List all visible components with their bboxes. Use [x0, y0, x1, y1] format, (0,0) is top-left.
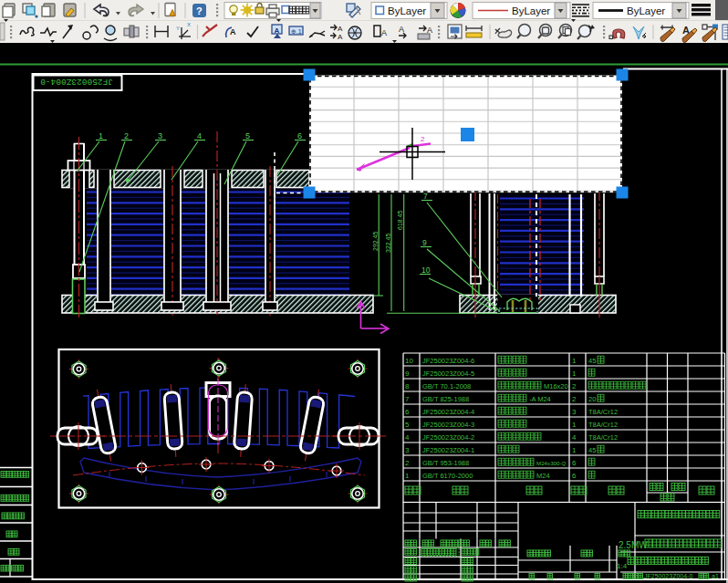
svg-text:2: 2: [405, 459, 410, 467]
svg-text:7: 7: [405, 395, 410, 403]
svg-text:45: 45: [588, 446, 596, 454]
svg-text:2: 2: [572, 395, 577, 403]
svg-text:JF250023Z004-0: JF250023Z004-0: [644, 573, 692, 579]
svg-text:GB/T 953-1988: GB/T 953-1988: [422, 459, 469, 467]
svg-text:3: 3: [572, 408, 577, 416]
svg-text:A: A: [338, 33, 343, 41]
svg-text:7: 7: [423, 192, 428, 201]
svg-text:1: 1: [572, 446, 577, 454]
svg-text:5: 5: [405, 421, 410, 429]
svg-text:618.45: 618.45: [397, 210, 403, 230]
svg-text:JF250023Z004-0: JF250023Z004-0: [40, 77, 113, 87]
svg-text:A: A: [275, 26, 280, 35]
svg-text:1: 1: [572, 370, 577, 378]
svg-text:A: A: [338, 25, 343, 33]
svg-text:JF250023Z004-6: JF250023Z004-6: [422, 357, 474, 365]
svg-text:JF250023Z004-2: JF250023Z004-2: [422, 433, 474, 442]
svg-text:6: 6: [572, 472, 577, 480]
svg-text:6: 6: [572, 459, 577, 467]
svg-text:2: 2: [572, 382, 577, 390]
svg-text:4: 4: [197, 131, 202, 141]
svg-text:1: 1: [572, 421, 577, 429]
svg-text:9: 9: [422, 238, 427, 247]
svg-text:322.45: 322.45: [385, 233, 391, 253]
svg-text:3: 3: [405, 446, 410, 454]
svg-text:A: A: [399, 25, 404, 34]
svg-text:M16x20: M16x20: [544, 382, 568, 390]
svg-text:A: A: [230, 27, 236, 36]
svg-text:ByLayer: ByLayer: [627, 5, 665, 16]
svg-text:ByLayer: ByLayer: [388, 5, 426, 16]
svg-text:1: 1: [405, 472, 410, 480]
svg-text:5: 5: [245, 131, 250, 141]
svg-text:A: A: [381, 28, 387, 37]
svg-text:M24x300-Q: M24x300-Q: [536, 460, 567, 466]
svg-text:-A M24: -A M24: [529, 395, 551, 403]
svg-text:?: ?: [196, 5, 203, 16]
svg-text:9: 9: [405, 370, 410, 378]
svg-text:GB/T 6170-2000: GB/T 6170-2000: [422, 472, 473, 480]
svg-text:JF250023Z004-1: JF250023Z004-1: [422, 446, 474, 454]
svg-text:M24: M24: [536, 472, 550, 480]
svg-text:JF250023Z004-3: JF250023Z004-3: [422, 421, 474, 429]
svg-text:Y: Y: [176, 26, 180, 31]
svg-text:10: 10: [405, 357, 413, 365]
svg-text:a1: a1: [712, 573, 719, 579]
svg-text:2: 2: [421, 135, 425, 143]
svg-text:8: 8: [405, 382, 410, 390]
svg-text:1:4: 1:4: [617, 562, 628, 570]
svg-text:6: 6: [297, 131, 302, 141]
svg-text:4: 4: [572, 433, 577, 442]
svg-text:4: 4: [405, 433, 410, 442]
svg-text:10: 10: [421, 265, 431, 275]
svg-text:20: 20: [588, 395, 596, 403]
svg-text:X: X: [187, 22, 191, 27]
svg-text:ByLayer: ByLayer: [512, 5, 550, 16]
svg-text:45: 45: [588, 357, 596, 365]
svg-text:3: 3: [158, 131, 162, 141]
svg-text:1: 1: [99, 131, 103, 141]
svg-text:JF250023Z004-4: JF250023Z004-4: [422, 408, 474, 416]
svg-text:GB/T 70.1-2008: GB/T 70.1-2008: [422, 382, 471, 390]
svg-text:2.5MW: 2.5MW: [619, 540, 648, 550]
svg-text:T8A/Cr12: T8A/Cr12: [588, 408, 618, 416]
svg-text:JF250023Z004-5: JF250023Z004-5: [422, 370, 474, 378]
svg-text:1: 1: [572, 357, 577, 365]
svg-text:2: 2: [124, 131, 129, 141]
svg-text:T8A/Cr12: T8A/Cr12: [588, 421, 618, 429]
svg-text:GB/T 825-1988: GB/T 825-1988: [422, 395, 469, 403]
svg-text:6: 6: [405, 408, 410, 416]
svg-text:T8A/Cr12: T8A/Cr12: [588, 433, 618, 442]
svg-text:292.45: 292.45: [372, 231, 379, 251]
svg-text:⊕.1: ⊕.1: [291, 28, 302, 35]
